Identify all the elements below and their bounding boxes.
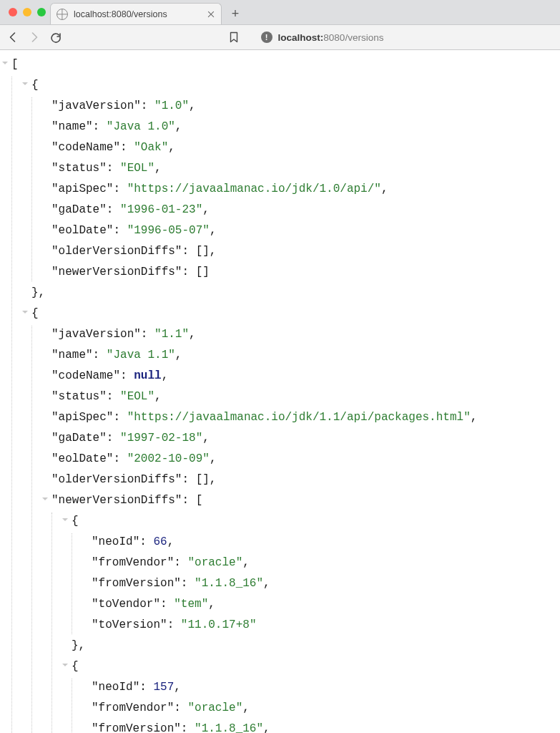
toolbar: ! localhost:8080/versions	[0, 24, 560, 50]
json-viewer: [ { "javaVersion": "1.0", "name": "Java …	[0, 50, 560, 733]
address-bar[interactable]: ! localhost:8080/versions	[258, 27, 387, 47]
chevron-down-icon[interactable]	[1, 59, 9, 67]
bookmark-icon[interactable]	[229, 31, 239, 43]
url-text: localhost:8080/versions	[278, 32, 384, 43]
close-icon[interactable]	[207, 10, 215, 19]
tabstrip: localhost:8080/versions +	[0, 0, 560, 24]
tab-title: localhost:8080/versions	[74, 9, 202, 19]
chevron-down-icon[interactable]	[21, 309, 29, 316]
chevron-down-icon[interactable]	[62, 661, 69, 669]
window-controls	[6, 0, 50, 24]
chevron-down-icon[interactable]	[62, 516, 69, 523]
insecure-icon: !	[261, 31, 272, 43]
back-button[interactable]	[7, 31, 19, 43]
browser-chrome: localhost:8080/versions + ! localhost:80…	[0, 0, 560, 50]
window-close-button[interactable]	[9, 8, 17, 16]
chevron-down-icon[interactable]	[41, 495, 49, 503]
new-tab-button[interactable]: +	[226, 4, 245, 23]
window-zoom-button[interactable]	[37, 8, 46, 16]
window-minimize-button[interactable]	[23, 8, 31, 16]
reload-button[interactable]	[50, 31, 62, 43]
chevron-down-icon[interactable]	[21, 80, 29, 87]
globe-icon	[57, 9, 68, 20]
forward-button[interactable]	[29, 31, 40, 43]
browser-tab[interactable]: localhost:8080/versions	[50, 3, 222, 24]
